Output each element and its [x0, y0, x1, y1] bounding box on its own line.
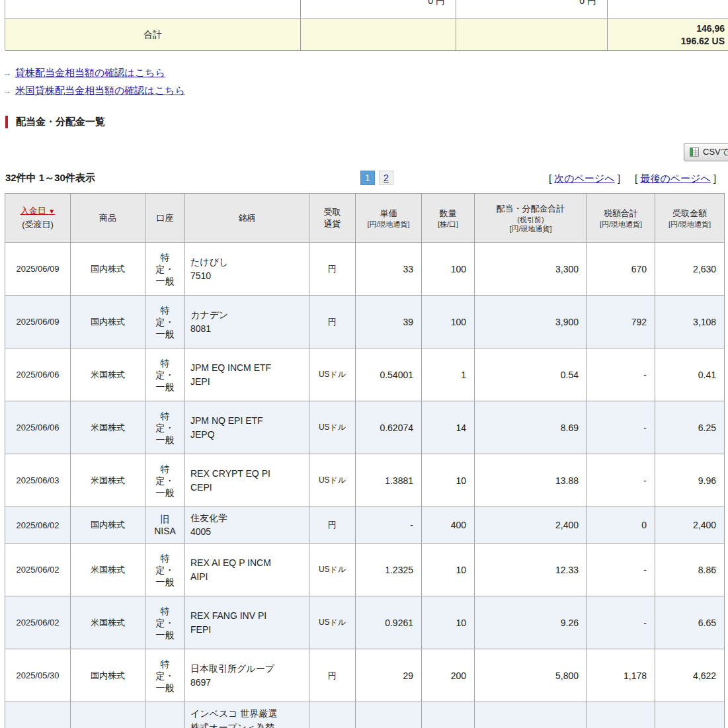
cell-name: カナデン8081	[185, 296, 309, 348]
table-row: 2025/06/02米国株式特 定・ 一般REX AI EQ P INCMAIP…	[5, 544, 725, 596]
link-row-us-lending: →米国貸株配当金相当額の確認はこちら	[3, 82, 185, 100]
table-row: 2025/06/02国内株式旧 NISA住友化学4005円-4002,40002…	[5, 507, 725, 544]
cell-name: 住友化学4005	[185, 507, 309, 544]
cell-price: 29	[356, 649, 422, 702]
page: 0 円 0 円 合計 146,96 196.62 US →貸株配当金相当額の確認	[0, 0, 728, 728]
col-header-name: 銘柄	[185, 194, 309, 243]
cell-product: 国内株式	[71, 296, 145, 348]
cell-account: 特 定・ 一般	[145, 401, 185, 454]
cell-account: 特 定・ 一般	[145, 243, 185, 296]
summary-table: 0 円 0 円 合計 146,96 196.62 US	[5, 0, 728, 50]
cell-qty: 10	[422, 596, 475, 649]
cell-total: 8.69	[475, 401, 587, 454]
cell-date: 2025/06/09	[5, 243, 71, 296]
cell-qty: 200	[422, 649, 475, 702]
cell-name: REX FANG INV PIFEPI	[185, 596, 309, 649]
cell-account: 特 定・ 一般	[145, 544, 185, 596]
table-row: インベスコ 世界厳選株式オープン＜為替	[5, 702, 725, 728]
cell-received	[655, 702, 725, 728]
security-name: 住友化学	[190, 511, 308, 525]
col-header-date: 入金日 ▼ (受渡日)	[5, 194, 71, 243]
table-row: 2025/06/09国内株式特 定・ 一般たけびし7510円331003,300…	[5, 243, 725, 296]
lending-dividend-link[interactable]: 貸株配当金相当額の確認はこちら	[15, 67, 165, 78]
cell-currency: USドル	[309, 348, 356, 401]
table-row: 2025/06/09国内株式特 定・ 一般カナデン8081円391003,900…	[5, 296, 725, 348]
next-page-link[interactable]: 次のページへ	[554, 173, 614, 184]
page-button-1[interactable]: 1	[360, 171, 375, 185]
cell-received: 2,400	[655, 507, 725, 544]
summary-total-row: 合計 146,96 196.62 US	[5, 19, 728, 51]
summary-value1: 0 円	[428, 0, 445, 7]
cell-price	[356, 702, 422, 728]
cell-product: 米国株式	[71, 544, 145, 596]
cell-name: 日本取引所グループ8697	[185, 649, 309, 702]
cell-currency: USドル	[309, 401, 356, 454]
cell-account: 特 定・ 一般	[145, 296, 185, 348]
security-code: AIPI	[190, 570, 308, 584]
dividend-table-body: 2025/06/09国内株式特 定・ 一般たけびし7510円331003,300…	[5, 243, 725, 728]
cell-name: JPM EQ INCM ETFJEPI	[185, 348, 309, 401]
total-empty-cell-2	[456, 19, 608, 50]
security-name: たけびし	[190, 255, 308, 269]
cell-qty: 400	[422, 507, 475, 544]
page-button-2[interactable]: 2	[379, 171, 393, 185]
cell-currency: USドル	[309, 544, 356, 596]
arrow-icon: →	[3, 86, 11, 96]
cell-currency: USドル	[309, 596, 356, 649]
cell-qty	[422, 702, 475, 728]
cell-total	[475, 702, 587, 728]
security-name: インベスコ 世界厳選	[190, 707, 308, 721]
dividend-table-wrap: 入金日 ▼ (受渡日) 商品 口座 銘柄 受取 通貨 単価 [円/現地通貨] 数…	[5, 193, 725, 728]
cell-received: 4,622	[655, 649, 725, 702]
sort-desc-icon: ▼	[48, 208, 55, 215]
cell-total: 12.33	[475, 544, 587, 596]
cell-name: たけびし7510	[185, 243, 309, 296]
cell-tax: 670	[587, 243, 655, 296]
security-code: JEPQ	[190, 428, 308, 442]
total-amount-usd: 196.62 US	[681, 35, 725, 48]
cell-qty: 100	[422, 243, 475, 296]
cell-received: 9.96	[655, 454, 725, 507]
cell-tax: 0	[587, 507, 655, 544]
csv-save-button[interactable]: CSVで保存	[684, 143, 728, 161]
cell-qty: 14	[422, 401, 475, 454]
date-sort-link[interactable]: 入金日 ▼	[20, 206, 56, 216]
result-count-text: 32件中 1～30件表示	[5, 172, 95, 184]
cell-currency: 円	[309, 243, 356, 296]
date-sub-label: (受渡日)	[7, 219, 69, 231]
security-name: REX AI EQ P INCM	[190, 556, 308, 570]
table-row: 2025/05/30国内株式特 定・ 一般日本取引所グループ8697円29200…	[5, 649, 725, 702]
col-header-product: 商品	[71, 194, 145, 243]
cell-name: インベスコ 世界厳選株式オープン＜為替	[185, 702, 309, 728]
section-title-block: 配当金・分配金一覧	[5, 116, 105, 128]
cell-product: 国内株式	[71, 507, 145, 544]
cell-date: 2025/06/06	[5, 401, 71, 454]
cell-price: 33	[356, 243, 422, 296]
security-code: 4005	[190, 525, 308, 539]
total-amount-cell: 146,96 196.62 US	[608, 19, 728, 50]
cell-account: 特 定・ 一般	[145, 649, 185, 702]
security-name: REX FANG INV PI	[190, 609, 308, 623]
last-page-link[interactable]: 最後のページへ	[640, 173, 710, 184]
security-name: 日本取引所グループ	[190, 662, 308, 676]
cell-date: 2025/06/02	[5, 596, 71, 649]
security-code: 8081	[190, 322, 308, 336]
total-label-cell: 合計	[5, 19, 301, 50]
table-header-row: 入金日 ▼ (受渡日) 商品 口座 銘柄 受取 通貨 単価 [円/現地通貨] 数…	[5, 194, 725, 243]
cell-currency: 円	[309, 296, 356, 348]
cell-product: 米国株式	[71, 401, 145, 454]
cell-qty: 10	[422, 454, 475, 507]
security-code: CEPI	[190, 481, 308, 495]
table-row: 2025/06/06米国株式特 定・ 一般JPM NQ EPI ETFJEPQU…	[5, 401, 725, 454]
cell-total: 2,400	[475, 507, 587, 544]
col-header-received: 受取金額 [円/現地通貨]	[655, 194, 725, 243]
total-label: 合計	[5, 19, 300, 50]
cell-qty: 100	[422, 296, 475, 348]
security-code: 株式オープン＜為替	[190, 721, 308, 728]
cell-product: 国内株式	[71, 243, 145, 296]
us-lending-dividend-link[interactable]: 米国貸株配当金相当額の確認はこちら	[15, 85, 185, 96]
total-empty-cell-1	[301, 19, 456, 50]
cell-received: 3,108	[655, 296, 725, 348]
security-code: 8697	[190, 676, 308, 690]
cell-account: 旧 NISA	[145, 507, 185, 544]
